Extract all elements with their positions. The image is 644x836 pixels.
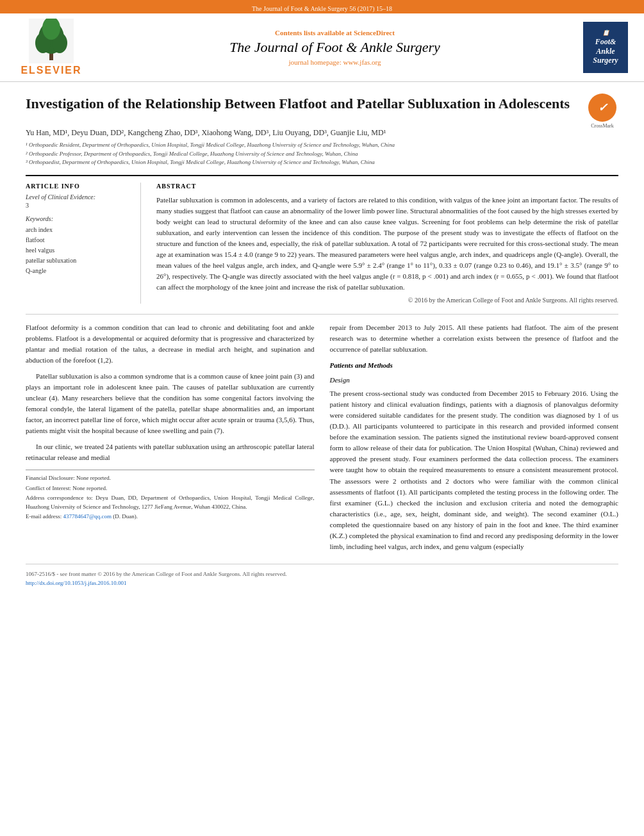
sciencedirect-prefix: Contents lists available at — [275, 29, 352, 37]
logo-brand-line1: Foot& — [595, 37, 616, 46]
crossmark-icon: ✓ — [588, 94, 616, 122]
doi-section: http://dx.doi.org/10.1053/j.jfas.2016.10… — [26, 580, 618, 586]
bottom-copyright: 1067-2516/$ - see front matter © 2016 by… — [26, 568, 618, 580]
patients-methods-heading: Patients and Methods — [330, 360, 619, 371]
level-label: Level of Clinical Evidence: — [26, 193, 130, 201]
journal-header: ELSEVIER Contents lists available at Sci… — [0, 13, 644, 82]
body-para-3: In our clinic, we treated 24 patients wi… — [26, 441, 315, 463]
body-col-right: repair from December 2013 to July 2015. … — [330, 322, 619, 557]
affiliations: ¹ Orthopaedic Resident, Department of Or… — [26, 141, 618, 167]
journal-homepage: journal homepage: www.jfas.org — [289, 58, 381, 66]
affiliation-1: ¹ Orthopaedic Resident, Department of Or… — [26, 141, 618, 150]
article-info-heading: Article Info — [26, 183, 130, 190]
affiliation-3: ³ Orthopaedist, Department of Orthopaedi… — [26, 158, 618, 167]
fn-address: Address correspondence to: Deyu Duan, DD… — [26, 494, 315, 511]
issn-text: 1067-2516/$ - see front matter © 2016 by… — [26, 571, 287, 577]
keywords-label: Keywords: — [26, 215, 130, 222]
bottom-section: 1067-2516/$ - see front matter © 2016 by… — [26, 564, 618, 586]
keyword-2: flatfoot — [26, 235, 130, 245]
citation-bar: The Journal of Foot & Ankle Surgery 56 (… — [0, 4, 644, 13]
body-col2-para-1: repair from December 2013 to July 2015. … — [330, 322, 619, 355]
citation-text: The Journal of Foot & Ankle Surgery 56 (… — [252, 5, 392, 12]
journal-title-header: The Journal of Foot & Ankle Surgery — [229, 39, 440, 56]
doi-link[interactable]: http://dx.doi.org/10.1053/j.jfas.2016.10… — [26, 580, 127, 586]
abstract-col: Abstract Patellar subluxation is common … — [156, 183, 618, 304]
body-col-left: Flatfoot deformity is a common condition… — [26, 322, 315, 557]
title-section: Investigation of the Relationship Betwee… — [26, 95, 618, 167]
abstract-text: Patellar subluxation is common in adoles… — [156, 195, 618, 293]
fn-email: E-mail address: 437784647@qq.com (D. Dua… — [26, 512, 315, 521]
fn-email-label: E-mail address: — [26, 513, 62, 520]
sciencedirect-brand: ScienceDirect — [354, 29, 395, 37]
authors-line: Yu Han, MD¹, Deyu Duan, DD², Kangcheng Z… — [26, 127, 618, 138]
elsevier-tree-icon — [29, 19, 74, 63]
affiliation-2: ² Orthopaedic Professor, Department of O… — [26, 150, 618, 159]
logo-brand-line2: Ankle — [596, 47, 615, 56]
crossmark-badge: ✓ CrossMark — [586, 95, 618, 127]
keyword-3: heel valgus — [26, 245, 130, 256]
level-value: 3 — [26, 202, 130, 209]
elsevier-logo: ELSEVIER — [13, 19, 90, 76]
body-para-1: Flatfoot deformity is a common condition… — [26, 322, 315, 366]
keyword-1: arch index — [26, 225, 130, 235]
design-subheading: Design — [330, 375, 619, 386]
crossmark-label: CrossMark — [591, 123, 614, 129]
keywords-section: Keywords: arch index flatfoot heel valgu… — [26, 215, 130, 276]
fn-email-suffix: (D. Duan). — [113, 513, 138, 520]
article-title: Investigation of the Relationship Betwee… — [26, 95, 574, 113]
article-info-col: Article Info Level of Clinical Evidence:… — [26, 183, 141, 304]
footnotes: Financial Disclosure: None reported. Con… — [26, 470, 315, 521]
logo-brand-line3: Surgery — [593, 56, 618, 65]
sciencedirect-link: Contents lists available at ScienceDirec… — [275, 29, 395, 37]
article-content: Investigation of the Relationship Betwee… — [0, 82, 644, 599]
elsevier-text: ELSEVIER — [21, 65, 81, 76]
body-col2-para-2: The present cross-sectional study was co… — [330, 388, 619, 552]
journal-logo-box: 📋 Foot& Ankle Surgery — [583, 22, 628, 73]
fn-email-link[interactable]: 437784647@qq.com — [63, 513, 111, 520]
body-section: Flatfoot deformity is a common condition… — [26, 314, 618, 557]
fn-financial: Financial Disclosure: None reported. — [26, 474, 315, 483]
info-abstract-section: Article Info Level of Clinical Evidence:… — [26, 175, 618, 304]
body-para-2: Patellar subluxation is also a common sy… — [26, 371, 315, 436]
fn-conflict: Conflict of Interest: None reported. — [26, 484, 315, 493]
homepage-url: www.jfas.org — [343, 58, 381, 66]
copyright-line: © 2016 by the American College of Foot a… — [156, 297, 618, 304]
page-wrapper: The Journal of Foot & Ankle Surgery 56 (… — [0, 0, 644, 836]
authors-text: Yu Han, MD¹, Deyu Duan, DD², Kangcheng Z… — [26, 128, 386, 137]
header-center: Contents lists available at ScienceDirec… — [90, 29, 580, 66]
keyword-5: Q-angle — [26, 266, 130, 276]
keyword-4: patellar subluxation — [26, 256, 130, 266]
homepage-label: journal homepage: — [289, 58, 342, 66]
abstract-heading: Abstract — [156, 183, 618, 190]
journal-logo-right: 📋 Foot& Ankle Surgery — [580, 22, 631, 73]
